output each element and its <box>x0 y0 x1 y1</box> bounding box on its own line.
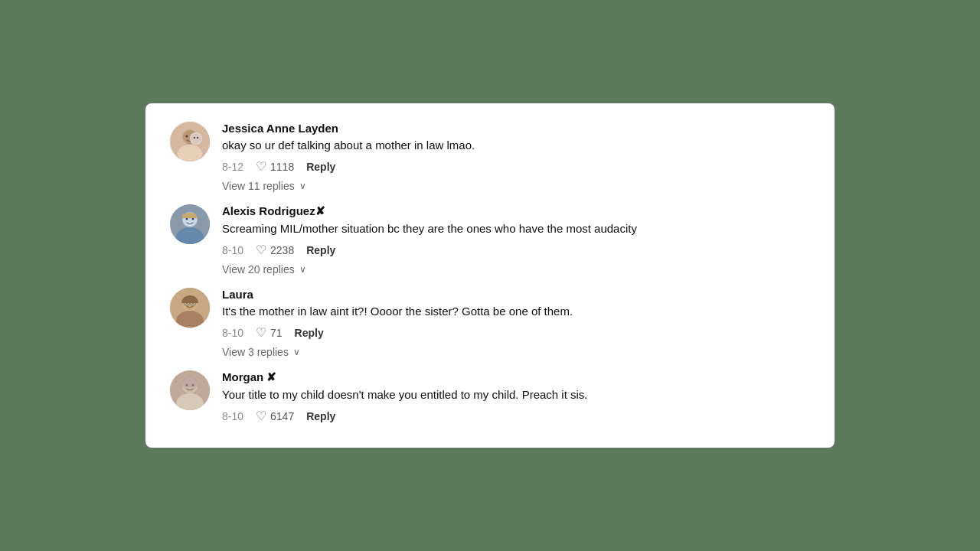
view-replies-3-label: View 3 replies <box>222 346 289 358</box>
comment-1-likes: ♡ 1118 <box>256 159 294 174</box>
comment-1-content: Jessica Anne Layden okay so ur def talki… <box>222 122 810 174</box>
comment-4-text: Your title to my child doesn't make you … <box>222 386 810 403</box>
comment-3-text: It's the mother in law aint it?! Oooor t… <box>222 303 810 319</box>
comment-2-reply-button[interactable]: Reply <box>306 244 335 256</box>
comment-3-meta: 8-10 ♡ 71 Reply <box>222 325 810 340</box>
comment-2-like-count: 2238 <box>270 244 294 256</box>
comment-2-text: Screaming MIL/mother situation bc they a… <box>222 220 810 236</box>
view-replies-3[interactable]: View 3 replies ∨ <box>222 346 300 358</box>
comment-2: Alexis Rodriguez✘ Screaming MIL/mother s… <box>170 204 810 257</box>
heart-icon-2: ♡ <box>256 243 266 257</box>
comment-4-date: 8-10 <box>222 410 243 422</box>
comment-4: Morgan ✘ Your title to my child doesn't … <box>170 370 810 423</box>
comment-4-content: Morgan ✘ Your title to my child doesn't … <box>222 370 810 423</box>
svg-point-4 <box>186 135 188 138</box>
comment-4-reply-button[interactable]: Reply <box>306 410 335 422</box>
view-replies-2[interactable]: View 20 replies ∨ <box>222 263 306 276</box>
comment-section-2: Alexis Rodriguez✘ Screaming MIL/mother s… <box>170 204 810 276</box>
avatar-3 <box>170 288 210 328</box>
svg-point-7 <box>191 133 201 144</box>
comment-3-username: Laura <box>222 288 810 301</box>
view-replies-1[interactable]: View 11 replies ∨ <box>222 180 306 192</box>
comment-2-meta: 8-10 ♡ 2238 Reply <box>222 243 810 257</box>
svg-point-9 <box>197 137 198 139</box>
view-replies-2-label: View 20 replies <box>222 263 295 276</box>
comment-section-4: Morgan ✘ Your title to my child doesn't … <box>170 370 810 423</box>
heart-icon-3: ♡ <box>256 325 266 340</box>
avatar-4 <box>170 370 210 410</box>
comment-2-content: Alexis Rodriguez✘ Screaming MIL/mother s… <box>222 204 810 257</box>
comment-1-meta: 8-12 ♡ 1118 Reply <box>222 159 810 174</box>
comment-section-1: Jessica Anne Layden okay so ur def talki… <box>170 122 810 192</box>
chevron-icon-1: ∨ <box>299 181 306 191</box>
comment-3-reply-button[interactable]: Reply <box>295 327 324 339</box>
svg-point-8 <box>194 137 195 139</box>
comment-3-date: 8-10 <box>222 327 243 339</box>
comment-3-like-count: 71 <box>270 327 283 339</box>
chevron-icon-2: ∨ <box>299 264 306 275</box>
comment-1-date: 8-12 <box>222 161 243 173</box>
comment-3-content: Laura It's the mother in law aint it?! O… <box>222 288 810 340</box>
heart-icon-4: ♡ <box>256 409 266 423</box>
chevron-icon-3: ∨ <box>293 347 300 357</box>
comment-1-reply-button[interactable]: Reply <box>306 161 335 173</box>
comment-2-date: 8-10 <box>222 244 243 256</box>
heart-icon-1: ♡ <box>256 159 266 174</box>
comment-3-likes: ♡ 71 <box>256 325 283 340</box>
comment-1-username: Jessica Anne Layden <box>222 122 810 135</box>
comment-4-like-count: 6147 <box>270 410 294 422</box>
comment-4-meta: 8-10 ♡ 6147 Reply <box>222 409 810 423</box>
comment-1-text: okay so ur def talking about a mother in… <box>222 137 810 153</box>
avatar-1 <box>170 122 210 161</box>
comment-4-username: Morgan ✘ <box>222 370 810 384</box>
comments-card: Jessica Anne Layden okay so ur def talki… <box>145 103 835 448</box>
comment-2-username: Alexis Rodriguez✘ <box>222 204 810 218</box>
view-replies-1-label: View 11 replies <box>222 180 295 192</box>
comment-2-likes: ♡ 2238 <box>256 243 294 257</box>
comment-1-like-count: 1118 <box>270 161 294 173</box>
comment-section-3: Laura It's the mother in law aint it?! O… <box>170 288 810 358</box>
comment-3: Laura It's the mother in law aint it?! O… <box>170 288 810 340</box>
comment-4-likes: ♡ 6147 <box>256 409 294 423</box>
comment-1: Jessica Anne Layden okay so ur def talki… <box>170 122 810 174</box>
avatar-2 <box>170 204 210 244</box>
